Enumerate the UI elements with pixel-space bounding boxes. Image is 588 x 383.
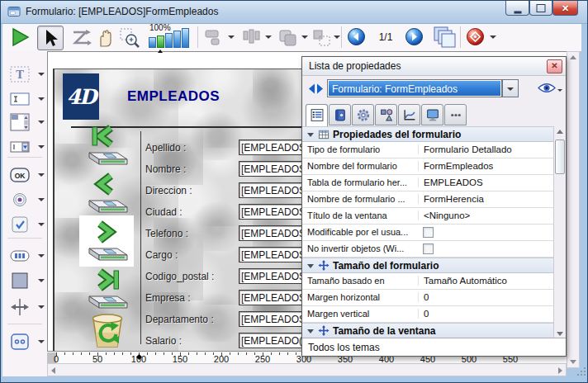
input-tool-button[interactable]: [9, 89, 34, 111]
resize-grip[interactable]: [577, 367, 587, 377]
object-selector-dropdown-button[interactable]: [502, 79, 519, 97]
field-label[interactable]: Salario :: [145, 335, 238, 347]
zoom-bar-4[interactable]: [173, 31, 181, 48]
property-value[interactable]: 0: [418, 309, 556, 319]
scrollbar-thumb[interactable]: [555, 139, 565, 174]
listbox-tool-button[interactable]: [9, 112, 34, 134]
section-header[interactable]: Tamaño de la ventana: [302, 323, 553, 338]
ok-button-tool-button[interactable]: OK: [9, 165, 34, 187]
layer-button[interactable]: [277, 28, 299, 51]
field-value-box[interactable]: [EMPLEADOS: [239, 161, 308, 177]
field-label[interactable]: Codigo_postal :: [145, 271, 238, 282]
property-checkbox[interactable]: [423, 227, 434, 238]
move-tool-button[interactable]: [95, 27, 115, 51]
field-value-box[interactable]: [EMPLEADOS: [239, 139, 308, 155]
next-page-button[interactable]: [405, 28, 423, 49]
scroll-left-icon[interactable]: [51, 367, 55, 374]
duplicate-dropdown-arrow[interactable]: [334, 35, 340, 39]
object-prev-next-icons[interactable]: [307, 83, 325, 95]
tab-more[interactable]: [444, 104, 467, 125]
tab-book[interactable]: [329, 104, 351, 125]
radio-button-tool-dropdown-arrow[interactable]: [38, 198, 45, 201]
section-header[interactable]: Propiedades del formulario: [302, 126, 553, 142]
combobox-tool-button[interactable]: [9, 137, 34, 158]
align-button[interactable]: [204, 29, 225, 49]
zoom-tool-button[interactable]: [119, 27, 140, 52]
tab-display[interactable]: [421, 104, 443, 125]
pointer-tool-button[interactable]: [37, 26, 64, 50]
field-value-box[interactable]: [EMPLEADOS: [239, 247, 308, 262]
field-label[interactable]: Empresa :: [145, 292, 238, 304]
property-value[interactable]: Formulario Detallado: [418, 144, 556, 154]
tab-properties-list[interactable]: [306, 104, 328, 127]
plugin-tool-dropdown-arrow[interactable]: [38, 340, 45, 343]
run-form-button[interactable]: [11, 27, 31, 50]
zoom-bar-3[interactable]: [165, 33, 173, 48]
plugin-tool-button[interactable]: [9, 332, 34, 353]
previous-page-button[interactable]: [348, 28, 365, 49]
horizontal-scrollbar[interactable]: [47, 363, 567, 376]
duplicate-button[interactable]: [311, 28, 333, 51]
field-value-box[interactable]: [EMPLEADOS: [239, 268, 308, 284]
object-library-button[interactable]: [467, 28, 484, 49]
layer-dropdown-arrow[interactable]: [301, 35, 308, 39]
field-value-box[interactable]: [EMPLEADOS: [239, 182, 308, 198]
field-value-box[interactable]: [EMPLEADOS: [239, 290, 308, 305]
zoom-bar-1[interactable]: [149, 37, 156, 48]
field-value-box[interactable]: [EMPLEADOS: [239, 225, 308, 241]
next-record-button[interactable]: [84, 217, 132, 263]
button-bar-tool-button[interactable]: [9, 246, 34, 267]
scroll-down-icon[interactable]: [557, 332, 563, 336]
align-dropdown-arrow[interactable]: [228, 35, 235, 39]
splitter-tool-dropdown-arrow[interactable]: [38, 305, 45, 309]
distribute-button[interactable]: [240, 28, 262, 50]
listbox-tool-dropdown-arrow[interactable]: [38, 121, 45, 124]
checkbox-tool-dropdown-arrow[interactable]: [38, 223, 45, 226]
vertical-divider-line[interactable]: [140, 131, 141, 344]
object-selector-combo[interactable]: Formulario: FormEmpleados: [327, 79, 502, 97]
splitter-tool-button[interactable]: [9, 297, 34, 319]
scroll-up-icon[interactable]: [570, 55, 576, 59]
previous-record-button[interactable]: [84, 169, 132, 215]
property-value[interactable]: FormHerencia: [418, 194, 556, 204]
radio-button-tool-button[interactable]: [9, 190, 34, 211]
first-record-button[interactable]: [84, 121, 132, 168]
scroll-right-icon[interactable]: [558, 367, 562, 374]
theme-filter-bar[interactable]: Todos los temas: [302, 338, 566, 356]
zoom-bar-5[interactable]: [182, 28, 189, 48]
panel-close-button[interactable]: ✕: [547, 59, 562, 73]
vertical-scrollbar[interactable]: [567, 51, 580, 368]
text-tool-dropdown-arrow[interactable]: [38, 73, 45, 76]
distribute-dropdown-arrow[interactable]: [265, 35, 272, 39]
view-options-button[interactable]: [537, 82, 563, 97]
property-value[interactable]: <Ninguno>: [418, 210, 556, 220]
zoom-level-widget[interactable]: [149, 33, 192, 50]
zoom-bar-2[interactable]: [157, 35, 164, 48]
input-tool-dropdown-arrow[interactable]: [38, 97, 45, 101]
title-bar[interactable]: Formulario: [EMPLEADOS]FormEmpleados ✕: [0, 0, 588, 24]
minimize-button[interactable]: [505, 1, 529, 16]
tab-objects[interactable]: [375, 104, 397, 125]
4d-logo[interactable]: 4D: [63, 73, 99, 120]
property-value[interactable]: Tamaño Automático: [418, 276, 556, 286]
rectangle-tool-button[interactable]: [9, 271, 34, 292]
close-button[interactable]: ✕: [552, 1, 578, 16]
properties-scrollbar[interactable]: [553, 126, 566, 339]
button-bar-tool-dropdown-arrow[interactable]: [38, 254, 45, 258]
property-value[interactable]: 0: [418, 292, 556, 302]
object-library-dropdown-arrow[interactable]: [490, 35, 496, 39]
property-value[interactable]: EMPLEADOS: [418, 177, 556, 187]
entry-order-button[interactable]: [70, 28, 92, 51]
field-value-box[interactable]: [EMPLEADOS: [239, 311, 308, 327]
delete-record-trash-icon[interactable]: [88, 311, 127, 349]
tab-events[interactable]: [398, 104, 420, 125]
field-label[interactable]: Apellido :: [145, 142, 238, 154]
page-list-button[interactable]: [432, 26, 457, 52]
field-label[interactable]: Ciudad :: [145, 206, 238, 218]
field-value-box[interactable]: [EMPLEADO(: [239, 333, 308, 348]
property-checkbox[interactable]: [423, 244, 434, 254]
field-label[interactable]: Telefono :: [145, 228, 238, 239]
field-value-box[interactable]: [EMPLEADOS: [239, 204, 308, 220]
maximize-button[interactable]: [529, 1, 552, 16]
rectangle-tool-dropdown-arrow[interactable]: [38, 279, 45, 282]
